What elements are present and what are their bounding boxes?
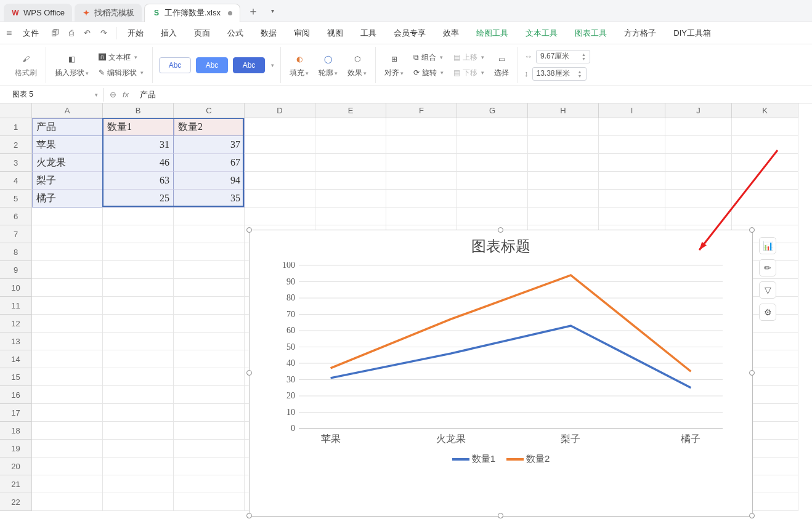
cell-D3[interactable] <box>245 154 315 172</box>
col-header-H[interactable]: H <box>528 103 599 118</box>
cell-C10[interactable] <box>174 279 245 297</box>
col-header-G[interactable]: G <box>457 103 528 118</box>
row-header-12[interactable]: 12 <box>0 315 32 332</box>
cell-B13[interactable] <box>103 332 174 350</box>
col-header-K[interactable]: K <box>732 103 798 118</box>
cell-A8[interactable] <box>32 243 103 261</box>
menu-绘图工具[interactable]: 绘图工具 <box>470 24 514 42</box>
menu-图表工具[interactable]: 图表工具 <box>569 24 613 42</box>
cell-A2[interactable]: 苹果 <box>32 136 103 154</box>
cell-H5[interactable] <box>528 190 599 208</box>
cell-A1[interactable]: 产品 <box>32 118 103 136</box>
row-header-8[interactable]: 8 <box>0 243 32 261</box>
cell-I6[interactable] <box>599 208 665 225</box>
text-box-button[interactable]: 🅰文本框▾ <box>96 51 146 64</box>
row-header-2[interactable]: 2 <box>0 136 32 154</box>
resize-handle[interactable] <box>749 513 755 518</box>
cell-B15[interactable] <box>103 368 174 386</box>
cell-D4[interactable] <box>245 172 315 190</box>
row-header-3[interactable]: 3 <box>0 154 32 172</box>
cell-A10[interactable] <box>32 279 103 297</box>
cell-B12[interactable] <box>103 315 174 332</box>
cell-I3[interactable] <box>599 154 665 172</box>
cell-E4[interactable] <box>315 172 386 190</box>
cell-I2[interactable] <box>599 136 665 154</box>
cell-B19[interactable] <box>103 440 174 457</box>
quick-redo-icon[interactable]: ↷ <box>97 26 111 40</box>
row-header-1[interactable]: 1 <box>0 118 32 136</box>
cell-A3[interactable]: 火龙果 <box>32 154 103 172</box>
menu-file[interactable]: 文件 <box>17 24 45 42</box>
row-header-21[interactable]: 21 <box>0 475 32 493</box>
quick-undo-icon[interactable]: ↶ <box>80 26 94 40</box>
menu-审阅[interactable]: 审阅 <box>288 24 316 42</box>
shape-style-1[interactable]: Abc <box>159 57 191 73</box>
cell-F2[interactable] <box>386 136 457 154</box>
outline-button[interactable]: ◯ 轮廓▾ <box>316 50 340 79</box>
menu-视图[interactable]: 视图 <box>321 24 349 42</box>
menu-页面[interactable]: 页面 <box>188 24 216 42</box>
col-header-B[interactable]: B <box>103 103 174 118</box>
insert-shape-button[interactable]: ◧ 插入形状▾ <box>52 50 91 79</box>
row-header-10[interactable]: 10 <box>0 279 32 297</box>
tab-0[interactable]: WWPS Office <box>4 4 72 22</box>
cell-C15[interactable] <box>174 368 245 386</box>
row-header-16[interactable]: 16 <box>0 386 32 404</box>
spreadsheet-grid[interactable]: ABCDEFGHIJK 1234567891011121314151617181… <box>0 103 812 532</box>
row-header-11[interactable]: 11 <box>0 297 32 315</box>
cell-A12[interactable] <box>32 315 103 332</box>
cell-F5[interactable] <box>386 190 457 208</box>
cell-F6[interactable] <box>386 208 457 225</box>
row-header-20[interactable]: 20 <box>0 457 32 475</box>
tab-1[interactable]: ✦找稻壳模板 <box>75 4 142 22</box>
cell-C9[interactable] <box>174 261 245 279</box>
resize-handle[interactable] <box>749 370 755 376</box>
row-header-22[interactable]: 22 <box>0 493 32 511</box>
cell-A16[interactable] <box>32 386 103 404</box>
resize-handle[interactable] <box>498 227 503 233</box>
cell-A19[interactable] <box>32 440 103 457</box>
cell-A21[interactable] <box>32 475 103 493</box>
cell-C17[interactable] <box>174 404 245 422</box>
cell-D1[interactable] <box>245 118 315 136</box>
cell-E3[interactable] <box>315 154 386 172</box>
cell-I1[interactable] <box>599 118 665 136</box>
cell-B9[interactable] <box>103 261 174 279</box>
cell-D6[interactable] <box>245 208 315 225</box>
chart-styles-button[interactable]: ✏ <box>759 259 776 276</box>
row-header-13[interactable]: 13 <box>0 332 32 350</box>
cell-B8[interactable] <box>103 243 174 261</box>
row-header-5[interactable]: 5 <box>0 190 32 208</box>
cell-B2[interactable]: 31 <box>103 136 174 154</box>
cell-A15[interactable] <box>32 368 103 386</box>
width-input[interactable]: 9.67厘米▲▼ <box>536 50 590 63</box>
fbar-cancel-icon[interactable]: ⊖ <box>110 90 116 99</box>
cell-A17[interactable] <box>32 404 103 422</box>
cell-K3[interactable] <box>732 154 798 172</box>
cell-K6[interactable] <box>732 208 798 225</box>
col-header-A[interactable]: A <box>32 103 103 118</box>
cell-C16[interactable] <box>174 386 245 404</box>
cell-J1[interactable] <box>665 118 732 136</box>
cell-C19[interactable] <box>174 440 245 457</box>
cell-B22[interactable] <box>103 493 174 511</box>
cell-J6[interactable] <box>665 208 732 225</box>
series-line[interactable] <box>331 275 691 371</box>
cell-K2[interactable] <box>732 136 798 154</box>
cell-B3[interactable]: 46 <box>103 154 174 172</box>
cell-B4[interactable]: 63 <box>103 172 174 190</box>
cell-G6[interactable] <box>457 208 528 225</box>
chart-settings-button[interactable]: ⚙ <box>759 304 776 321</box>
row-header-19[interactable]: 19 <box>0 440 32 457</box>
cell-B10[interactable] <box>103 279 174 297</box>
cell-C8[interactable] <box>174 243 245 261</box>
chart-title[interactable]: 图表标题 <box>250 230 752 256</box>
cell-B5[interactable]: 25 <box>103 190 174 208</box>
row-header-14[interactable]: 14 <box>0 350 32 368</box>
rotate-button[interactable]: ⟳旋转▾ <box>411 66 446 79</box>
group-button[interactable]: ⧉组合▾ <box>411 51 446 64</box>
menu-方方格子[interactable]: 方方格子 <box>618 24 662 42</box>
cell-B7[interactable] <box>103 225 174 243</box>
cell-H2[interactable] <box>528 136 599 154</box>
tab-add-button[interactable]: ＋ <box>243 1 264 21</box>
